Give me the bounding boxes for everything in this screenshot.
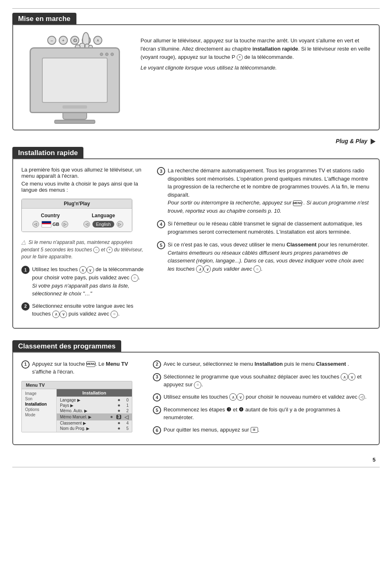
install-intro-1: La première fois que vous allumez le tél… [21,167,145,179]
tv-body [30,47,120,113]
mise-content: – + ⏻ V ∧ [21,32,371,124]
cla-step-2-text: Avec le curseur, sélectionnez le menu In… [164,360,371,368]
down-nav-5: ∨ [203,265,211,273]
step-3-text: La recherche démarre automatiquement. To… [168,167,371,215]
install-step-1: 1 Utilisez les touches ∧∨ de la télécomm… [21,265,145,297]
step-1-italic: Si votre pays n'apparaît pas dans la lis… [32,283,129,297]
tv-stand [62,113,87,120]
step-2-text: Sélectionnez ensuite votre langue avec l… [32,302,145,318]
cla-menu-tv-bold: Menu TV [106,361,128,367]
classement-right: 2 Avec le curseur, sélectionnez le menu … [153,360,371,439]
plug-play-arrow-icon [371,139,376,144]
install-right: 3 La recherche démarre automatiquement. … [157,167,371,322]
step-3-italic: Pour sortir ou interrompre la recherche,… [168,200,369,214]
flag-icon [42,221,51,227]
down-nav-c4: ∨ [237,393,244,401]
step-5-text: Si ce n'est pas le cas, vous devez utili… [168,241,371,273]
classement-step-6: 6 Pour quitter les menus, appuyez sur ⊞. [153,426,371,434]
menu-tv-header: Menu TV [22,381,132,389]
menu-row-memo-auto: Mémo. Auto. ▶ 2 [57,408,132,413]
exit-icon: ⊞ [251,427,258,433]
step2-bold1: Installation [255,361,283,367]
step2-bold2: Classement [316,361,346,367]
cla-step-4-circle: 4 [153,393,161,402]
ok-btn-2: ○ [111,311,118,318]
install-step-2: 2 Sélectionnez ensuite votre langue avec… [21,302,145,318]
menu-item-son: Son [25,396,53,402]
classement-section-box: 1 Appuyez sur la touche MENU. Le Menu TV… [12,352,380,445]
cla-step-3-circle: 3 [153,373,161,381]
step-4-circle: 4 [157,220,165,228]
install-section-box: La première fois que vous allumez le tél… [12,158,380,328]
up-nav-btn: ∧ [79,266,87,274]
menu-row-pays: Pays ▶ 1 [57,403,132,408]
step-1-text: Utilisez les touches ∧∨ de la télécomman… [32,265,145,297]
install-warning: △ Si le menu n'apparaît pas, maintenez a… [21,238,145,260]
install-step-5: 5 Si ce n'est pas le cas, vous devez uti… [157,241,371,273]
pnp-country-col: Country ◁ GB ▷ [30,213,71,227]
up-nav-c4: ∧ [229,393,237,401]
classement-step-4: 4 Utilisez ensuite les touches ∧∨ pour c… [153,393,371,402]
pnp-gb-flag: GB [42,221,60,227]
pnp-english-label: English [92,221,114,227]
cla-step-5-text: Recommencez les étapes ❸ et ❹ autant de … [164,406,371,422]
classement-step-2: 2 Avec le curseur, sélectionnez le menu … [153,360,371,369]
cla-step-6-circle: 6 [153,426,161,434]
menu-item-image: Image [25,391,53,396]
cla-step-5-circle: 5 [153,406,161,414]
tv-btn-minus: – [47,36,56,45]
install-section-header: Installation rapide [12,147,380,159]
mise-title: Mise en marche [12,13,76,25]
mise-bold-install: installation rapide [252,46,298,52]
pnp-box-body: Country ◁ GB ▷ Language [22,209,132,232]
cla-step-6-text: Pour quitter les menus, appuyez sur ⊞. [164,426,371,434]
menu-tv-rows: Langage ▶ 0 Pays ▶ 1 Mémo. Auto. ▶ [57,397,132,432]
menu-icon-cla: MENU [86,361,95,367]
classement-step-5: 5 Recommencez les étapes ❸ et ❹ autant d… [153,406,371,422]
tv-base [54,120,95,124]
tv-screen [42,58,108,103]
menu-tv-right: Installation Langage ▶ 0 Pays ▶ 1 [57,389,132,432]
menu-row-nom-prog: Nom du Prog. ▶ 5 [57,426,132,431]
step-5-circle: 5 [157,241,165,249]
plus-sym: + [106,247,113,253]
mise-italic-note: Le voyant clignote lorsque vous utilisez… [141,64,371,72]
pnp-language-row: ◁ English ▷ [83,221,124,227]
pnp-lang-right-arrow: ▷ [117,221,123,227]
menu-row-classement: Classement ▶ 4 [57,420,132,426]
step-5-italic: Certains émetteurs ou réseaux câblés dif… [168,250,364,272]
install-step-3: 3 La recherche démarre automatiquement. … [157,167,371,215]
page-bottom-border [12,467,380,467]
menu-tv-left-col: Image Son Installation Options Mode [22,389,57,432]
install-step-4: 4 Si l'émetteur ou le réseau câblé trans… [157,220,371,236]
up-nav-c3: ∧ [341,373,348,381]
classement-left: 1 Appuyez sur la touche MENU. Le Menu TV… [21,360,141,439]
arrow-indicator: ◁ [125,414,129,420]
mise-section-box: – + ⏻ V ∧ [12,24,380,130]
classement-step-1: 1 Appuyez sur la touche MENU. Le Menu TV… [21,360,141,376]
plug-play-badge: Plug & Play [12,138,380,144]
step-5-bold: Classement [286,241,316,248]
mise-section-header: Mise en marche [12,13,380,25]
install-title: Installation rapide [12,147,83,159]
pnp-language-col: Language ◁ English ▷ [83,213,124,227]
pnp-lang-left-arrow: ◁ [83,221,90,227]
pnp-country-label: Country [30,213,71,218]
cla-step-4-text: Utilisez ensuite les touches ∧∨ pour cho… [164,393,371,401]
tv-illustration: – + ⏻ V ∧ [21,32,128,124]
plug-play-label: Plug & Play [336,138,367,144]
step-1-circle: 1 [21,266,30,274]
pnp-right-arrow: ▷ [62,221,68,227]
tv-control-buttons [100,53,114,56]
step5-num4: ❹ [239,406,244,413]
pnp-country-row: ◁ GB ▷ [30,221,71,227]
step-3-circle: 3 [157,167,165,175]
mise-text-block: Pour allumer le téléviseur, appuyez sur … [141,32,371,75]
up-nav-2: ∧ [52,311,60,318]
menu-icon: MENU [293,200,302,206]
menu-item-options: Options [25,407,53,412]
pnp-left-arrow: ◁ [32,221,39,227]
ok-btn-c3: ○ [194,381,201,389]
down-nav-c3: ∨ [348,373,355,381]
menu-item-mode: Mode [25,412,53,418]
